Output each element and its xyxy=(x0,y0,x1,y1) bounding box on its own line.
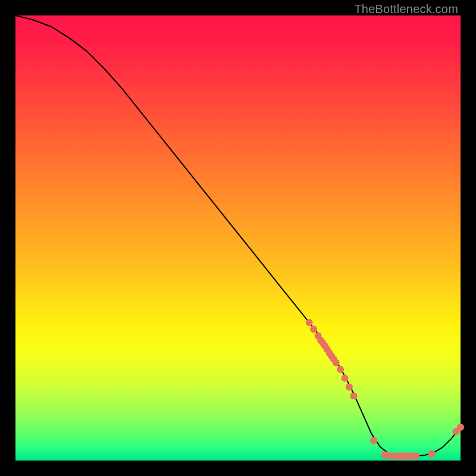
scatter-dot xyxy=(350,393,357,400)
scatter-dot xyxy=(342,375,349,382)
scatter-dot xyxy=(457,424,464,431)
bottleneck-curve xyxy=(15,15,461,456)
scatter-dot xyxy=(306,319,313,326)
chart-overlay-svg xyxy=(15,15,461,461)
scatter-dot xyxy=(333,359,340,366)
scatter-dots-group xyxy=(306,319,464,459)
scatter-dot xyxy=(428,450,435,458)
scatter-dot xyxy=(310,325,317,333)
scatter-dot xyxy=(370,437,377,444)
scatter-dot xyxy=(337,366,344,373)
scatter-dot xyxy=(412,453,419,460)
scatter-dot xyxy=(346,384,353,391)
chart-canvas: TheBottleneck.com xyxy=(0,0,476,476)
attribution-watermark: TheBottleneck.com xyxy=(354,2,458,16)
